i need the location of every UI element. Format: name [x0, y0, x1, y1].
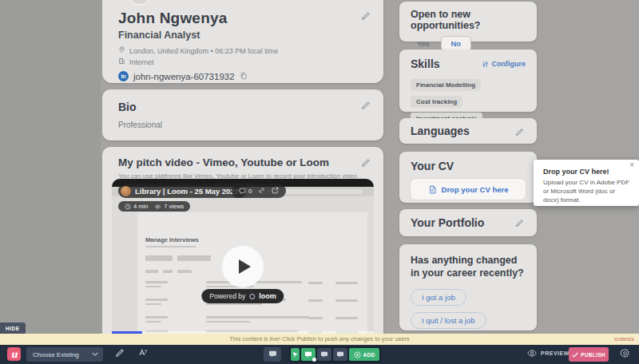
company-icon — [118, 57, 125, 66]
skills-card: Skills Configure Financial Modelling Cos… — [399, 49, 537, 112]
sliders-icon — [482, 61, 489, 68]
video-player[interactable]: Manage Interviews Library | Loom - 25 Ma… — [112, 179, 374, 334]
preview-button[interactable]: PREVIEW — [527, 350, 570, 357]
profile-location: London, United Kingdom • 06:23 PM local … — [129, 47, 278, 55]
edit-profile-icon[interactable] — [361, 10, 371, 24]
cv-card: Your CV Drop your CV here — [399, 152, 537, 203]
cv-title: Your CV — [411, 160, 526, 172]
choose-existing-dropdown[interactable]: Choose Existing — [26, 347, 103, 362]
drop-cv-button[interactable]: Drop your CV here — [411, 179, 526, 200]
dismiss-link[interactable]: DISMISS — [614, 334, 634, 345]
languages-card: Languages — [399, 118, 537, 144]
document-icon — [428, 185, 437, 194]
video-inner-heading: Manage Interviews — [145, 236, 199, 243]
video-card-title: My pitch video - Vimeo, Youtube or Loom — [118, 156, 371, 168]
tooltip-step-button[interactable] — [264, 347, 281, 362]
views-eye-icon — [154, 204, 161, 210]
pointer-step-button[interactable] — [291, 348, 300, 361]
bio-text: Professional — [118, 121, 367, 129]
video-title-badge: Library | Loom - 25 May 2022 — [118, 184, 246, 198]
opportunities-title: Open to new opportunities? — [411, 9, 526, 31]
edit-languages-icon[interactable] — [515, 125, 524, 140]
avatar — [128, 0, 152, 6]
tooltip-step-2-button[interactable] — [317, 348, 331, 361]
video-open-external-icon[interactable] — [272, 187, 279, 196]
opportunities-card: Open to new opportunities? Yes No — [399, 2, 537, 42]
userpilot-logo[interactable]: u — [7, 347, 21, 361]
bio-card: Bio Professional — [102, 89, 383, 140]
skills-title: Skills — [411, 57, 440, 70]
video-copy-link-icon[interactable] — [258, 187, 265, 196]
tooltip-close-icon[interactable]: × — [629, 160, 634, 169]
publish-button[interactable]: PUBLISH — [569, 347, 609, 362]
profile-company: Internet — [129, 58, 154, 66]
cv-tooltip: × Drop your CV here! Upload your CV in A… — [534, 160, 639, 206]
copy-icon[interactable] — [240, 72, 248, 81]
screen: John Ngwenya Financial Analyst London, U… — [0, 0, 639, 364]
quit-lost-job-button[interactable]: I quit / lost a job — [411, 312, 486, 329]
portfolio-title: Your Portfolio — [411, 216, 526, 229]
settings-gear-icon[interactable] — [620, 348, 630, 362]
skill-tag: Financial Modelling — [411, 79, 481, 91]
plus-circle-icon — [354, 351, 361, 358]
pitch-video-card: My pitch video - Vimeo, Youtube or Loom … — [102, 147, 383, 334]
video-comments[interactable]: 0 — [239, 188, 252, 195]
hide-tab[interactable]: HIDE — [0, 322, 26, 334]
edit-mode-icon[interactable] — [115, 348, 125, 358]
preview-eye-icon — [527, 350, 537, 357]
skill-tag: Cost tracking — [411, 96, 462, 108]
builder-toolbar: u Choose Existing — [0, 345, 639, 364]
skills-configure-button[interactable]: Configure — [482, 60, 526, 68]
live-notice-bar: This content is live! Click Publish to p… — [0, 334, 639, 345]
play-button[interactable] — [222, 246, 264, 287]
tooltip-step-3-button[interactable] — [333, 348, 347, 361]
tooltip-title: Drop your CV here! — [543, 168, 631, 176]
translate-icon[interactable] — [137, 348, 148, 358]
got-a-job-button[interactable]: I got a job — [411, 289, 466, 306]
location-pin-icon — [118, 46, 125, 55]
video-views: 7 views — [164, 203, 184, 210]
add-step-button[interactable]: ADD — [349, 348, 379, 361]
video-title-text: Library | Loom - 25 May 2022 — [135, 187, 239, 196]
loom-logo-icon — [249, 294, 255, 299]
edit-video-icon[interactable] — [361, 156, 371, 171]
active-tooltip-step-button[interactable] — [301, 348, 316, 361]
profile-name: John Ngwenya — [118, 10, 367, 27]
tooltip-body: Upload your CV in Adobe PDF or Microsoft… — [543, 179, 631, 204]
video-owner-avatar — [121, 186, 131, 196]
page-background-left — [0, 0, 101, 334]
yes-button[interactable]: Yes — [411, 37, 436, 50]
video-duration: 4 min — [133, 203, 148, 210]
edit-bio-icon[interactable] — [361, 99, 371, 113]
profile-job-title: Financial Analyst — [118, 30, 367, 41]
play-icon — [239, 259, 251, 274]
video-actions-badge: 0 — [232, 184, 286, 198]
career-change-card: Has anything changed in your career rece… — [399, 244, 537, 330]
check-icon — [572, 352, 578, 358]
languages-title: Languages — [411, 125, 526, 137]
linkedin-handle: john-ngwenya-60731932 — [133, 72, 235, 81]
step-group: ADD — [289, 346, 381, 362]
portfolio-card: Your Portfolio — [399, 209, 537, 236]
powered-by-loom-badge[interactable]: Powered by loom — [201, 289, 284, 303]
step-badge-dot — [312, 358, 316, 362]
chevron-down-icon — [92, 352, 98, 357]
video-stats-badge: 4 min 7 views — [118, 201, 190, 212]
career-change-title: Has anything changed in your career rece… — [411, 254, 526, 280]
bio-title: Bio — [118, 101, 367, 113]
edit-portfolio-icon[interactable] — [515, 216, 524, 231]
clock-icon — [125, 204, 131, 210]
live-notice-text: This content is live! Click Publish to p… — [0, 334, 639, 345]
profile-card: John Ngwenya Financial Analyst London, U… — [102, 0, 383, 83]
linkedin-icon: in — [118, 71, 129, 81]
